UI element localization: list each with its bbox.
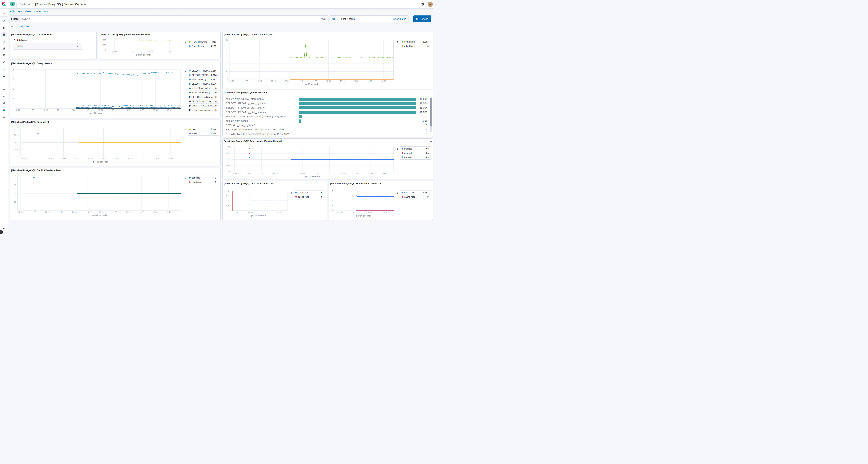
svg-text:13:40: 13:40 [381, 172, 386, 174]
svg-text:13:20: 13:20 [354, 172, 359, 174]
svg-text:per 60 seconds: per 60 seconds [251, 214, 267, 217]
svg-text:13:10: 13:10 [340, 80, 344, 82]
svg-text:12:10: 12:10 [45, 211, 50, 213]
svg-text:1/s: 1/s [228, 146, 230, 148]
svg-text:12:10: 12:10 [259, 172, 264, 174]
svg-text:11:50: 11:50 [21, 158, 26, 160]
svg-text:-0.5: -0.5 [226, 205, 229, 207]
svg-text:0.5: 0.5 [14, 184, 16, 186]
svg-text:13:30: 13:30 [153, 109, 158, 111]
svg-text:500: 500 [103, 44, 106, 46]
svg-text:4: 4 [332, 199, 333, 202]
svg-text:13:30: 13:30 [368, 80, 372, 82]
svg-text:12:00: 12:00 [338, 212, 342, 214]
svg-text:12:00: 12:00 [112, 51, 117, 53]
svg-text:13:30: 13:30 [277, 211, 281, 213]
svg-text:13:00: 13:00 [112, 211, 117, 213]
svg-text:12:30: 12:30 [71, 109, 75, 111]
svg-text:12:10: 12:10 [43, 109, 48, 111]
svg-text:13:40: 13:40 [168, 158, 173, 160]
svg-text:6: 6 [332, 195, 333, 197]
svg-text:13:10: 13:10 [341, 172, 345, 174]
svg-text:1 ms: 1 ms [16, 127, 20, 129]
svg-text:0.5/s: 0.5/s [226, 152, 230, 154]
svg-text:12:50: 12:50 [101, 158, 106, 160]
svg-text:12:50: 12:50 [99, 211, 103, 213]
svg-text:13:20: 13:20 [140, 211, 144, 213]
svg-text:8: 8 [332, 190, 333, 192]
svg-text:1: 1 [15, 175, 16, 177]
svg-text:13:00: 13:00 [112, 109, 117, 111]
svg-text:13:00: 13:00 [327, 172, 332, 174]
svg-text:13:40: 13:40 [167, 109, 172, 111]
svg-text:11:50: 11:50 [232, 172, 237, 174]
svg-text:per 60 seconds: per 60 seconds [356, 215, 372, 217]
svg-text:12:20: 12:20 [61, 158, 66, 160]
svg-text:-1/s: -1/s [227, 171, 230, 173]
svg-text:13:10: 13:10 [128, 158, 132, 160]
svg-text:-1: -1 [227, 210, 229, 212]
svg-text:1.5: 1.5 [226, 55, 228, 57]
svg-text:11:50: 11:50 [16, 109, 20, 111]
svg-text:11:50: 11:50 [230, 80, 235, 82]
svg-text:12:30: 12:30 [353, 212, 358, 214]
svg-text:12:20: 12:20 [59, 211, 63, 213]
svg-text:12:00: 12:00 [246, 172, 250, 174]
svg-text:13:40: 13:40 [166, 211, 171, 213]
svg-text:13:30: 13:30 [155, 158, 159, 160]
svg-text:13:20: 13:20 [354, 80, 358, 82]
svg-text:12:30: 12:30 [248, 211, 253, 213]
svg-text:per 60 seconds: per 60 seconds [136, 54, 152, 56]
svg-text:13:10: 13:10 [126, 211, 130, 213]
svg-text:0: 0 [332, 210, 333, 212]
svg-text:13:00: 13:00 [262, 211, 267, 213]
svg-text:11:50: 11:50 [18, 211, 23, 213]
svg-text:3: 3 [13, 78, 14, 80]
svg-text:12:40: 12:40 [85, 109, 89, 111]
svg-text:per 60 seconds: per 60 seconds [92, 214, 107, 217]
svg-text:1,000: 1,000 [101, 39, 106, 41]
svg-text:2.5: 2.5 [226, 39, 228, 41]
svg-text:-0.5 ms: -0.5 ms [13, 149, 19, 151]
svg-text:2: 2 [227, 47, 228, 49]
svg-text:12:30: 12:30 [286, 172, 291, 174]
svg-text:13:30: 13:30 [368, 172, 373, 174]
svg-text:12:50: 12:50 [312, 80, 317, 82]
svg-text:12:20: 12:20 [57, 109, 61, 111]
svg-text:0: 0 [105, 49, 106, 51]
svg-text:12:50: 12:50 [98, 109, 103, 111]
svg-text:12:50: 12:50 [314, 172, 318, 174]
svg-text:0.5: 0.5 [226, 70, 228, 72]
svg-text:12:40: 12:40 [85, 211, 90, 213]
svg-text:13:00: 13:00 [368, 212, 372, 214]
svg-text:2: 2 [332, 205, 333, 207]
svg-text:13:40: 13:40 [381, 80, 386, 82]
svg-text:12:10: 12:10 [48, 158, 52, 160]
svg-text:per 60 seconds: per 60 seconds [93, 161, 108, 163]
svg-text:0 ms: 0 ms [16, 141, 20, 144]
svg-text:12:20: 12:20 [271, 80, 276, 82]
svg-text:2: 2 [13, 88, 14, 90]
svg-text:12:00: 12:00 [30, 109, 34, 111]
svg-text:1: 1 [227, 62, 228, 64]
svg-text:per 60 seconds: per 60 seconds [304, 83, 319, 85]
svg-text:-1: -1 [14, 210, 16, 212]
svg-text:per 60 seconds: per 60 seconds [305, 175, 320, 178]
svg-text:12:30: 12:30 [72, 211, 76, 213]
svg-text:-0.5: -0.5 [13, 201, 16, 203]
svg-text:1: 1 [228, 190, 229, 192]
svg-text:1: 1 [13, 97, 14, 99]
svg-text:13:30: 13:30 [167, 51, 172, 53]
svg-text:13:00: 13:00 [115, 158, 119, 160]
svg-text:12:20: 12:20 [273, 172, 277, 174]
svg-text:12:30: 12:30 [285, 80, 289, 82]
svg-text:12:10: 12:10 [257, 80, 262, 82]
svg-text:0: 0 [13, 107, 14, 110]
svg-text:0.5 ms: 0.5 ms [14, 134, 20, 136]
svg-text:13:30: 13:30 [383, 212, 387, 214]
svg-text:12:30: 12:30 [130, 51, 135, 53]
svg-text:4: 4 [13, 68, 14, 70]
svg-text:0: 0 [228, 199, 229, 202]
svg-text:12:00: 12:00 [34, 158, 39, 160]
svg-text:per 60 seconds: per 60 seconds [90, 112, 105, 115]
